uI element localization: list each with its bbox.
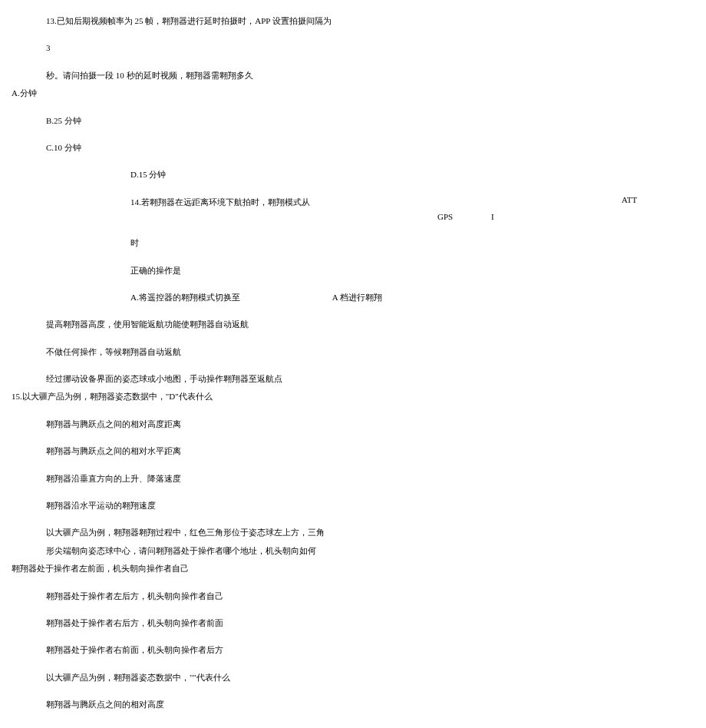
q17-stem: 以大疆产品为例，翱翔器姿态数据中，""代表什么 (46, 672, 694, 683)
q14-stem-line2: GPS I ATT (12, 211, 694, 222)
q14-shi: 时 (130, 237, 694, 249)
q16-opt-d: 翱翔器处于操作者右前面，机头朝向操作者后方 (46, 644, 694, 656)
q13-opt-d: D.15 分钟 (130, 169, 694, 180)
q14-opt-c: 不做任何操作，等候翱翔器自动返航 (46, 346, 694, 358)
q14-gps-label: GPS (437, 211, 453, 223)
q13-stem-l2: 3 (46, 42, 694, 54)
q14-att-label: ATT (622, 194, 637, 206)
q16-stem-l1: 以大疆产品为例，翱翔器翱翔过程中，红色三角形位于姿态球左上方，三角 (46, 527, 694, 538)
q14-i-label: I (491, 211, 494, 223)
q14-opt-a-right: A 档进行翱翔 (332, 292, 382, 303)
q16-stem-l2: 形尖端朝向姿态球中心，请问翱翔器处于操作者哪个地址，机头朝向如何 (46, 545, 694, 557)
q14-opt-a: A.将遥控器的翱翔模式切换至 A 档进行翱翔 (130, 292, 694, 303)
q17-opt-a: 翱翔器与腾跃点之间的相对高度 (46, 699, 694, 710)
q13-opt-c: C.10 分钟 (46, 142, 694, 154)
q14-correct: 正确的操作是 (130, 265, 694, 276)
q15-opt-c: 翱翔器沿垂直方向的上升、降落速度 (46, 473, 694, 485)
q14-stem-line1: 14.若翱翔器在远距离环境下航拍时，翱翔模式从 模式进入 模式，此 (130, 197, 694, 208)
q13-stem-l3: 秒。请问拍摄一段 10 秒的延时视频，翱翔器需翱翔多久 (46, 70, 694, 81)
q16-opt-a: 翱翔器处于操作者左前面，机头朝向操作者自己 (12, 563, 694, 574)
q14-opt-b: 提高翱翔器高度，使用智能返航功能使翱翔器自动返航 (46, 319, 694, 330)
q15-opt-a: 翱翔器与腾跃点之间的相对高度距离 (46, 419, 694, 430)
q14-opt-a-left: A.将遥控器的翱翔模式切换至 (130, 292, 240, 303)
q15-opt-d: 翱翔器沿水平运动的翱翔速度 (46, 500, 694, 511)
q13-stem-l1: 13.已知后期视频帧率为 25 帧，翱翔器进行延时拍摄时，APP 设置拍摄间隔为 (46, 15, 694, 27)
q13-opt-b: B.25 分钟 (46, 115, 694, 127)
q15-opt-b: 翱翔器与腾跃点之间的相对水平距离 (46, 445, 694, 457)
q14-opt-d: 经过挪动设备界面的姿态球或小地图，手动操作翱翔器至返航点 (46, 373, 694, 385)
q16-opt-c: 翱翔器处于操作者右后方，机头朝向操作者前面 (46, 617, 694, 629)
q14-stem-prefix: 14.若翱翔器在远距离环境下航拍时，翱翔模式从 (130, 197, 310, 207)
q13-opt-a: A.分钟 (12, 88, 694, 99)
q16-opt-b: 翱翔器处于操作者左后方，机头朝向操作者自己 (46, 591, 694, 602)
q15-stem: 15.以大疆产品为例，翱翔器姿态数据中，"D"代表什么 (12, 391, 694, 402)
